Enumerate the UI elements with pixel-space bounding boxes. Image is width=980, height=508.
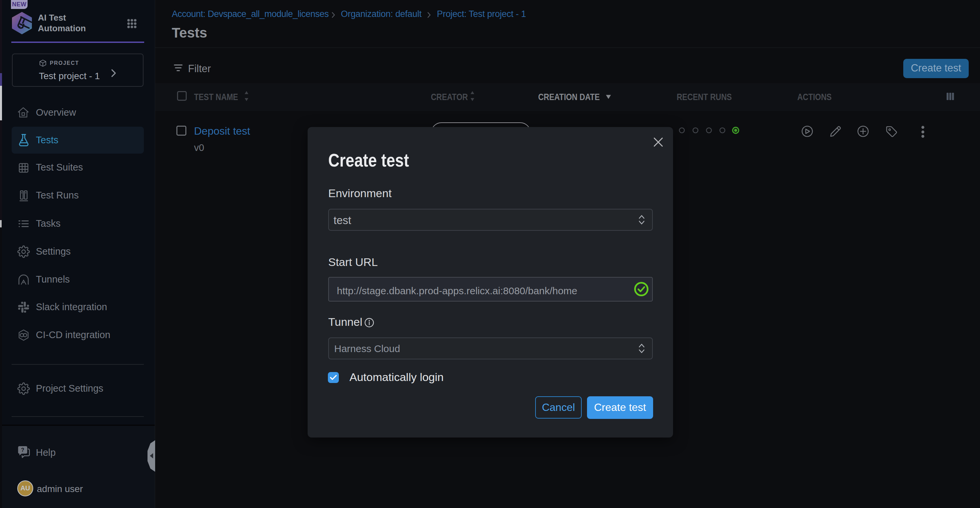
svg-text:?: ? (21, 447, 24, 453)
